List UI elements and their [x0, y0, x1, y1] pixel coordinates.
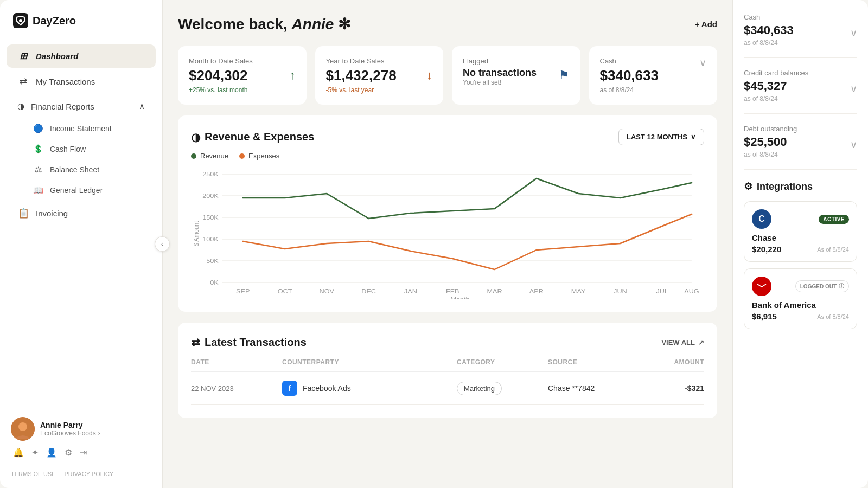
- credit-balance-chevron-icon[interactable]: ∨: [850, 83, 857, 95]
- logout-icon[interactable]: ⇥: [80, 447, 87, 458]
- debt-balance-date: as of 8/8/24: [744, 151, 857, 158]
- sidebar-item-cash-flow-label: Cash Flow: [50, 145, 86, 153]
- welcome-heading: Welcome back, Annie ✻: [178, 15, 350, 33]
- credit-balance-date: as of 8/8/24: [744, 95, 857, 102]
- chart-header: ◑ Revenue & Expenses LAST 12 MONTHS ∨: [191, 129, 704, 145]
- sidebar-item-my-transactions[interactable]: ⇄ My Transactions: [7, 70, 156, 93]
- revenue-dot: [191, 153, 196, 159]
- cash-label: Cash: [600, 57, 707, 65]
- cash-value: $340,633: [600, 67, 707, 84]
- ytd-sales-label: Year to Date Sales: [326, 57, 433, 65]
- col-amount: AMOUNT: [639, 358, 704, 366]
- svg-text:50K: 50K: [206, 258, 219, 265]
- user-name: Annie Parry: [40, 421, 100, 429]
- privacy-link[interactable]: PRIVACY POLICY: [65, 471, 114, 477]
- sidebar-item-income-statement[interactable]: 🔵 Income Statement: [7, 119, 156, 138]
- dashboard-icon: ⊞: [17, 50, 29, 62]
- flagged-sub: You're all set!: [463, 79, 570, 86]
- col-source: SOURCE: [548, 358, 635, 366]
- sidebar-item-cash-flow[interactable]: 💲 Cash Flow: [7, 139, 156, 159]
- debt-balance-card: Debt outstanding $25,500 as of 8/8/24 ∨: [744, 125, 857, 170]
- view-all-button[interactable]: VIEW ALL ↗: [661, 338, 704, 346]
- tx-counterparty: f Facebook Ads: [282, 381, 452, 396]
- main-content: Welcome back, Annie ✻ + Add Month to Dat…: [163, 0, 732, 488]
- sidebar-item-financial-reports[interactable]: ◑ Financial Reports ∧: [7, 95, 156, 117]
- cash-balance-amount: $340,633: [744, 23, 857, 37]
- expenses-dot: [239, 153, 245, 159]
- svg-text:NOV: NOV: [320, 288, 335, 295]
- transactions-header: ⇄ Latest Transactions VIEW ALL ↗: [191, 336, 704, 349]
- notification-icon[interactable]: 🔔: [13, 447, 24, 458]
- col-category: CATEGORY: [457, 358, 544, 366]
- add-button[interactable]: + Add: [694, 20, 717, 29]
- chart-title: ◑ Revenue & Expenses: [191, 131, 314, 144]
- integrations-icon: ⚙: [744, 181, 752, 192]
- settings-icon[interactable]: ⚙: [65, 447, 72, 458]
- revenue-expenses-chart: 250K 200K 150K 100K 50K 0K $ Amount SEP …: [191, 169, 704, 299]
- chart-section: ◑ Revenue & Expenses LAST 12 MONTHS ∨ Re…: [178, 115, 717, 312]
- transactions-section: ⇄ Latest Transactions VIEW ALL ↗ DATE CO…: [178, 323, 717, 418]
- info-icon: ⓘ: [839, 282, 844, 290]
- sidebar-collapse-button[interactable]: ‹: [155, 236, 170, 252]
- sidebar-item-general-ledger[interactable]: 📖 General Ledger: [7, 181, 156, 200]
- sidebar-item-balance-sheet[interactable]: ⚖ Balance Sheet: [7, 160, 156, 179]
- svg-text:SEP: SEP: [236, 288, 250, 295]
- footer-links: TERMS OF USE PRIVACY POLICY: [0, 466, 162, 479]
- chevron-up-icon: ∧: [139, 101, 145, 111]
- chase-balance: $20,220: [752, 245, 781, 254]
- chase-name: Chase: [752, 233, 849, 242]
- snowflake-icon: ✻: [338, 16, 350, 33]
- svg-text:JUL: JUL: [656, 288, 668, 295]
- svg-text:250K: 250K: [202, 171, 219, 178]
- sidebar-item-invoicing[interactable]: 📋 Invoicing: [7, 202, 156, 225]
- svg-text:FEB: FEB: [446, 288, 459, 295]
- sidebar-item-dashboard-label: Dashboard: [36, 52, 78, 61]
- balance-sheet-icon: ⚖: [33, 165, 43, 175]
- mtd-sales-value: $204,302: [189, 67, 296, 84]
- integrations-title: ⚙ Integrations: [744, 181, 857, 192]
- debt-balance-chevron-icon[interactable]: ∨: [850, 139, 857, 151]
- avatar: [11, 417, 35, 441]
- general-ledger-icon: 📖: [33, 185, 43, 195]
- chart-icon: ◑: [191, 131, 200, 144]
- app-name: DayZero: [33, 15, 76, 27]
- cash-balance-chevron-icon[interactable]: ∨: [850, 27, 857, 39]
- down-arrow-icon: ↓: [426, 68, 432, 82]
- chase-logo: C: [752, 209, 771, 229]
- cash-balance-label: Cash: [744, 13, 857, 21]
- svg-text:JAN: JAN: [404, 288, 417, 295]
- metric-card-flagged: Flagged No transactions You're all set! …: [452, 46, 580, 105]
- boa-date: As of 8/8/24: [817, 313, 849, 320]
- cash-chevron-icon[interactable]: ∨: [699, 57, 706, 69]
- chevron-right-icon: ›: [98, 429, 100, 437]
- chart-legend: Revenue Expenses: [191, 152, 704, 160]
- terms-link[interactable]: TERMS OF USE: [11, 471, 56, 477]
- svg-text:JUN: JUN: [614, 288, 627, 295]
- cash-balance-date: as of 8/8/24: [744, 39, 857, 47]
- svg-point-1: [19, 19, 22, 22]
- sidebar-item-dashboard[interactable]: ⊞ Dashboard: [7, 44, 156, 68]
- sidebar-item-balance-sheet-label: Balance Sheet: [50, 165, 99, 174]
- tx-table-header: DATE COUNTERPARTY CATEGORY SOURCE AMOUNT: [191, 358, 704, 372]
- svg-text:MAR: MAR: [487, 288, 502, 295]
- financial-reports-icon: ◑: [17, 101, 24, 111]
- no-transactions-title: No transactions: [463, 67, 570, 79]
- user-actions: 🔔 ✦ 👤 ⚙ ⇥: [11, 447, 151, 458]
- chevron-down-icon: ∨: [691, 133, 696, 141]
- sidebar-item-financial-reports-label: Financial Reports: [31, 102, 94, 111]
- tx-category-badge: Marketing: [457, 382, 502, 395]
- flag-icon: ⚑: [559, 68, 570, 82]
- transactions-icon: ⇄: [191, 336, 200, 349]
- up-arrow-icon: ↑: [290, 68, 296, 82]
- time-filter-button[interactable]: LAST 12 MONTHS ∨: [618, 129, 704, 145]
- credit-balance-amount: $45,327: [744, 79, 857, 93]
- cash-balance-card: Cash $340,633 as of 8/8/24 ∨: [744, 13, 857, 58]
- chart-container: 250K 200K 150K 100K 50K 0K $ Amount SEP …: [191, 169, 704, 299]
- svg-text:Month: Month: [450, 296, 469, 299]
- table-row: 22 NOV 2023 f Facebook Ads Marketing Cha…: [191, 372, 704, 405]
- debt-balance-amount: $25,500: [744, 135, 857, 149]
- ytd-sales-value: $1,432,278: [326, 67, 433, 84]
- user-icon[interactable]: 👤: [46, 447, 57, 458]
- invoicing-icon: 📋: [17, 208, 29, 219]
- star-icon[interactable]: ✦: [31, 447, 39, 458]
